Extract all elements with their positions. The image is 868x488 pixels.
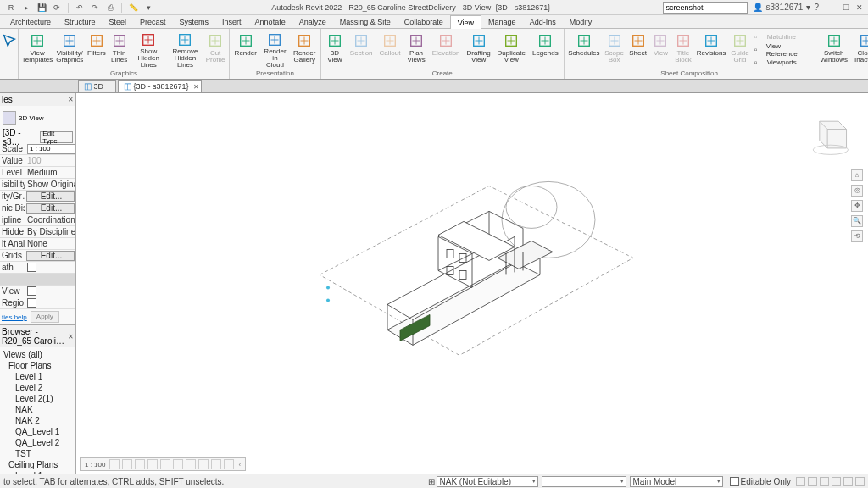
property-row[interactable]: Value100 [0,155,75,167]
detail-level-icon[interactable] [109,459,120,469]
property-row[interactable]: ity/Gr…Edit... [0,191,75,202]
reveal-hidden-icon[interactable] [224,459,234,469]
ribbon-btn-remove-hidden-lines[interactable]: RemoveHidden Lines [168,30,203,69]
apply-button[interactable]: Apply [31,311,59,323]
menu-tab-annotate[interactable]: Annotate [248,15,292,29]
menu-tab-collaborate[interactable]: Collaborate [398,15,450,29]
menu-tab-manage[interactable]: Manage [481,15,523,29]
tree-node[interactable]: Level 1 [0,371,75,382]
tree-node[interactable]: Views (all) [0,349,75,360]
view-type-icon[interactable] [3,111,16,125]
property-row[interactable]: ath [0,262,75,274]
ribbon-btn-view-templates[interactable]: ViewTemplates [21,30,53,69]
scale-display[interactable]: 1 : 100 [83,461,107,469]
property-row[interactable] [0,274,75,286]
tree-node[interactable]: TST [0,448,75,459]
ribbon-btn--d-view[interactable]: 3DView [324,30,346,69]
doc-tab[interactable]: ◫ 3D [78,80,116,92]
crop-view-icon[interactable] [173,459,183,469]
crop-region-icon[interactable] [186,459,196,469]
property-input[interactable] [27,144,75,154]
ribbon-btn-section[interactable]: Section [348,30,376,69]
nav-wheel-icon[interactable]: ◎ [851,185,863,197]
nav-pan-icon[interactable]: ✥ [851,200,863,212]
revit-icon[interactable]: R [5,2,17,14]
nav-home-icon[interactable]: ⌂ [851,169,863,181]
tree-node[interactable]: Floor Plans [0,360,75,371]
menu-tab-modify[interactable]: Modify [563,15,599,29]
ribbon-btn-render-in-cloud[interactable]: Renderin Cloud [260,30,289,69]
view-cube[interactable] [805,112,853,159]
lock-3d-icon[interactable] [198,459,209,469]
view-canvas[interactable]: ⌂ ◎ ✥ 🔍 ⟲ [76,93,868,474]
menu-tab-view[interactable]: View [450,15,481,29]
properties-header[interactable]: ies✕ [0,93,75,106]
ribbon-small-viewports[interactable]: ▫Viewports [754,57,810,69]
select-face-icon[interactable] [832,477,841,486]
browser-header[interactable]: Browser - R20_65 Caroli…✕ [0,325,75,347]
doc-tab[interactable]: ◫ {3D - s3812671}✕ [118,80,202,92]
edit-type-button[interactable]: Edit Type [40,131,73,143]
ribbon-small-matchline[interactable]: ▫Matchline [754,31,810,43]
tree-node[interactable]: NAK [0,404,75,415]
menu-tab-precast[interactable]: Precast [133,15,173,29]
ribbon-small-view-reference[interactable]: ▫View Reference [754,44,810,56]
ribbon-btn-render-gallery[interactable]: RenderGallery [292,30,318,69]
close-icon[interactable]: ✕ [68,96,74,103]
nav-orbit-icon[interactable]: ⟲ [851,230,863,242]
editable-only-checkbox[interactable]: Editable Only [730,477,791,486]
ribbon-btn-revisions[interactable]: Revisions [695,30,727,69]
select-underlay-icon[interactable] [808,477,817,486]
tree-node[interactable]: QA_Level 1 [0,426,75,437]
close-icon[interactable]: ✕ [854,3,865,13]
menu-tab-systems[interactable]: Systems [173,15,216,29]
property-row[interactable]: isibilityShow Original [0,179,75,191]
ribbon-btn-schedules[interactable]: Schedules [567,30,601,69]
workset-icon[interactable]: ⊞ [428,477,435,486]
ribbon-btn-legends[interactable]: Legends [530,30,561,69]
maximize-icon[interactable]: ☐ [841,3,851,13]
tree-node[interactable]: Level 2(1) [0,393,75,404]
ribbon-btn-close-inactive[interactable]: CloseInactive [852,30,868,69]
property-row[interactable]: Regio [0,297,75,309]
project-tree[interactable]: Views (all)Floor PlansLevel 1Level 2Leve… [0,347,75,488]
close-tab-icon[interactable]: ✕ [193,82,199,92]
minimize-icon[interactable]: — [827,3,837,13]
ribbon-btn-plan-views[interactable]: PlanViews [404,30,427,69]
ribbon-btn-switch-windows[interactable]: SwitchWindows [818,30,850,69]
tree-node[interactable]: Ceiling Plans [0,459,75,470]
shadows-icon[interactable] [147,459,158,469]
open-icon[interactable]: ▸ [20,2,32,14]
rendering-icon[interactable] [160,459,170,469]
user-info[interactable]: 👤 s3812671 ▾ ? [753,3,820,12]
modify-button[interactable] [0,30,20,69]
tree-node[interactable]: Level 2 [0,382,75,393]
ribbon-btn-elevation[interactable]: Elevation [430,30,463,69]
tree-node[interactable]: QA_Level 2 [0,437,75,448]
ribbon-btn-visibility--graphics[interactable]: Visibility/Graphics [55,30,84,69]
tree-node[interactable]: NAK 2 [0,415,75,426]
undo-icon[interactable]: ↶ [74,2,86,14]
search-input[interactable] [663,2,748,14]
measure-icon[interactable]: 📏 [127,2,139,14]
ribbon-btn-show-hidden-lines[interactable]: ShowHidden Lines [131,30,166,69]
ribbon-btn-duplicate-view[interactable]: DuplicateView [495,30,528,69]
help-icon[interactable]: ? [814,3,819,12]
ribbon-btn-scope-box[interactable]: ScopeBox [603,30,626,69]
property-row[interactable]: GridsEdit... [0,250,75,262]
menu-tab-massingsite[interactable]: Massing & Site [333,15,398,29]
ribbon-btn-drafting-view[interactable]: DraftingView [465,30,493,69]
redo-icon[interactable]: ↷ [89,2,101,14]
property-row[interactable]: iplineCoordination [0,214,75,226]
ribbon-btn-guide-grid[interactable]: GuideGrid [729,30,751,69]
property-row[interactable]: View [0,286,75,297]
qat-dropdown-icon[interactable]: ▾ [142,2,154,14]
property-row[interactable]: Hidde…By Discipline [0,226,75,238]
sync-icon[interactable]: ⟳ [51,2,63,14]
print-icon[interactable]: ⎙ [104,2,116,14]
filter-icon[interactable] [855,477,865,486]
menu-tab-addins[interactable]: Add-Ins [523,15,563,29]
menu-tab-steel[interactable]: Steel [103,15,134,29]
ribbon-btn-callout[interactable]: Callout [377,30,403,69]
ribbon-btn-view[interactable]: View [650,30,670,69]
